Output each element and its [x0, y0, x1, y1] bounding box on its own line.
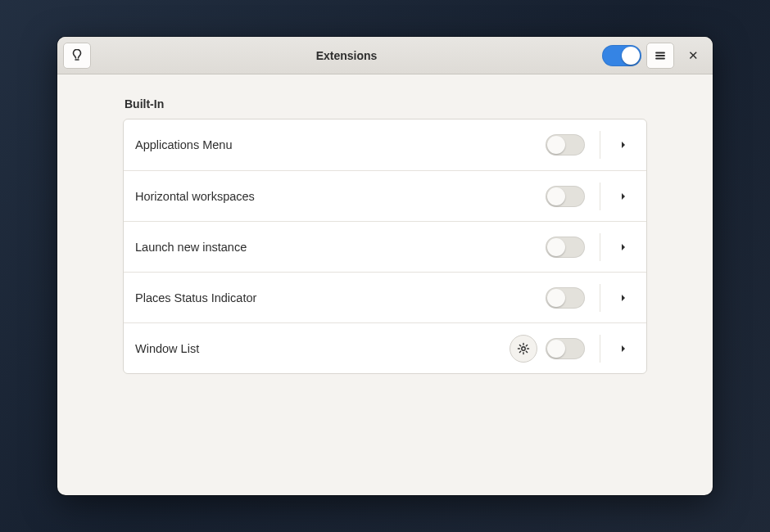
window-title: Extensions	[96, 49, 597, 62]
extension-row: Horizontal workspaces	[124, 170, 646, 221]
menu-button[interactable]	[646, 43, 674, 69]
switch-knob	[547, 187, 565, 205]
switch-knob	[547, 289, 565, 307]
close-icon: ✕	[688, 49, 699, 61]
switch-knob	[622, 47, 640, 65]
row-divider	[600, 233, 600, 261]
expand-button[interactable]	[612, 140, 635, 150]
extension-label: Places Status Indicator	[135, 291, 537, 304]
extension-label: Launch new instance	[135, 241, 537, 254]
info-button[interactable]	[63, 43, 91, 69]
switch-knob	[547, 340, 565, 358]
extension-row: Places Status Indicator	[124, 272, 646, 322]
extension-enable-switch[interactable]	[546, 134, 585, 156]
extension-row: Window List	[124, 322, 646, 373]
extension-enable-switch[interactable]	[546, 186, 585, 207]
titlebar-right-group: ✕	[602, 43, 707, 69]
chevron-right-icon	[619, 140, 627, 150]
row-divider	[600, 183, 600, 210]
chevron-right-icon	[619, 344, 627, 354]
expand-button[interactable]	[612, 242, 635, 252]
extension-label: Applications Menu	[135, 138, 537, 151]
section-label: Built-In	[123, 97, 647, 110]
extension-enable-switch[interactable]	[546, 237, 585, 258]
master-enable-switch[interactable]	[602, 45, 641, 66]
extension-enable-switch[interactable]	[546, 287, 585, 309]
expand-button[interactable]	[612, 344, 635, 354]
expand-button[interactable]	[612, 192, 635, 201]
extension-enable-switch[interactable]	[546, 338, 585, 359]
extension-settings-button[interactable]	[510, 335, 537, 363]
extension-row: Applications Menu	[124, 119, 646, 170]
extension-label: Horizontal workspaces	[135, 190, 537, 203]
chevron-right-icon	[619, 293, 627, 303]
row-divider	[600, 131, 600, 159]
row-divider	[600, 284, 600, 312]
extension-label: Window List	[135, 342, 501, 355]
chevron-right-icon	[619, 192, 627, 201]
extensions-list: Applications MenuHorizontal workspacesLa…	[123, 119, 647, 374]
content-area: Built-In Applications MenuHorizontal wor…	[57, 74, 713, 495]
switch-knob	[547, 238, 565, 256]
extensions-window: Extensions ✕ Built-In Applications MenuH…	[57, 37, 713, 495]
svg-point-3	[522, 346, 525, 349]
switch-knob	[547, 136, 565, 154]
row-divider	[600, 335, 600, 363]
titlebar: Extensions ✕	[57, 37, 713, 74]
expand-button[interactable]	[612, 293, 635, 303]
hamburger-icon	[654, 50, 666, 61]
extension-row: Launch new instance	[124, 221, 646, 272]
close-button[interactable]: ✕	[679, 43, 707, 69]
gear-icon	[517, 342, 530, 355]
lightbulb-icon	[70, 49, 84, 62]
chevron-right-icon	[619, 242, 627, 252]
